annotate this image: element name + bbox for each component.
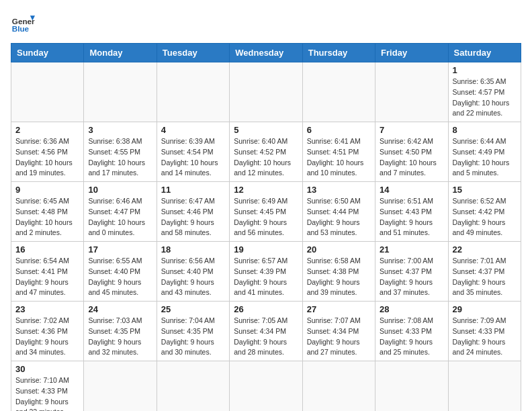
day-number: 22 xyxy=(453,244,517,255)
calendar-day-cell: 26Sunrise: 7:05 AM Sunset: 4:34 PM Dayli… xyxy=(230,302,302,361)
calendar-day-cell xyxy=(230,361,302,412)
calendar-day-cell: 24Sunrise: 7:03 AM Sunset: 4:35 PM Dayli… xyxy=(84,302,157,361)
calendar-day-cell: 13Sunrise: 6:50 AM Sunset: 4:44 PM Dayli… xyxy=(302,182,375,242)
day-info: Sunrise: 6:44 AM Sunset: 4:49 PM Dayligh… xyxy=(453,136,517,179)
calendar-day-cell xyxy=(448,361,521,412)
day-number: 12 xyxy=(234,185,298,195)
calendar-day-cell: 29Sunrise: 7:09 AM Sunset: 4:33 PM Dayli… xyxy=(448,302,521,361)
calendar-day-cell: 7Sunrise: 6:42 AM Sunset: 4:50 PM Daylig… xyxy=(375,122,448,182)
calendar-day-cell: 3Sunrise: 6:38 AM Sunset: 4:55 PM Daylig… xyxy=(84,122,157,182)
day-number: 25 xyxy=(161,304,225,314)
calendar-day-cell xyxy=(11,62,84,122)
calendar-day-cell: 9Sunrise: 6:45 AM Sunset: 4:48 PM Daylig… xyxy=(11,182,84,242)
calendar-week-row: 23Sunrise: 7:02 AM Sunset: 4:36 PM Dayli… xyxy=(11,302,521,361)
day-of-week-header: Saturday xyxy=(448,44,521,62)
day-info: Sunrise: 6:54 AM Sunset: 4:41 PM Dayligh… xyxy=(15,256,79,298)
calendar-day-cell: 14Sunrise: 6:51 AM Sunset: 4:43 PM Dayli… xyxy=(375,182,448,242)
day-of-week-header: Tuesday xyxy=(157,44,229,62)
day-info: Sunrise: 7:05 AM Sunset: 4:34 PM Dayligh… xyxy=(234,316,298,358)
day-info: Sunrise: 7:01 AM Sunset: 4:37 PM Dayligh… xyxy=(453,256,517,298)
calendar-table: SundayMondayTuesdayWednesdayThursdayFrid… xyxy=(11,43,521,411)
calendar-day-cell: 20Sunrise: 6:58 AM Sunset: 4:38 PM Dayli… xyxy=(302,242,375,302)
calendar-day-cell xyxy=(84,361,157,412)
calendar-day-cell: 17Sunrise: 6:55 AM Sunset: 4:40 PM Dayli… xyxy=(84,242,157,302)
day-info: Sunrise: 6:56 AM Sunset: 4:40 PM Dayligh… xyxy=(161,256,225,298)
day-info: Sunrise: 6:45 AM Sunset: 4:48 PM Dayligh… xyxy=(15,196,79,238)
day-of-week-header: Sunday xyxy=(11,44,84,62)
svg-text:Blue: Blue xyxy=(12,24,30,33)
day-info: Sunrise: 6:41 AM Sunset: 4:51 PM Dayligh… xyxy=(307,136,371,179)
day-info: Sunrise: 6:46 AM Sunset: 4:47 PM Dayligh… xyxy=(88,196,152,238)
calendar-day-cell: 11Sunrise: 6:47 AM Sunset: 4:46 PM Dayli… xyxy=(157,182,229,242)
day-number: 1 xyxy=(453,65,517,75)
day-number: 13 xyxy=(307,185,371,195)
day-info: Sunrise: 7:02 AM Sunset: 4:36 PM Dayligh… xyxy=(15,316,79,358)
day-number: 30 xyxy=(15,364,79,374)
day-number: 6 xyxy=(307,125,371,135)
day-number: 9 xyxy=(15,185,79,195)
calendar-day-cell: 1Sunrise: 6:35 AM Sunset: 4:57 PM Daylig… xyxy=(448,62,521,122)
calendar-day-cell: 25Sunrise: 7:04 AM Sunset: 4:35 PM Dayli… xyxy=(157,302,229,361)
day-info: Sunrise: 6:57 AM Sunset: 4:39 PM Dayligh… xyxy=(234,256,298,298)
calendar-day-cell: 16Sunrise: 6:54 AM Sunset: 4:41 PM Dayli… xyxy=(11,242,84,302)
calendar-week-row: 2Sunrise: 6:36 AM Sunset: 4:56 PM Daylig… xyxy=(11,122,521,182)
calendar-day-cell xyxy=(375,361,448,412)
calendar-day-cell: 6Sunrise: 6:41 AM Sunset: 4:51 PM Daylig… xyxy=(302,122,375,182)
day-info: Sunrise: 6:38 AM Sunset: 4:55 PM Dayligh… xyxy=(88,136,152,179)
calendar-day-cell: 21Sunrise: 7:00 AM Sunset: 4:37 PM Dayli… xyxy=(375,242,448,302)
logo-icon: General Blue xyxy=(11,11,35,35)
calendar-day-cell: 12Sunrise: 6:49 AM Sunset: 4:45 PM Dayli… xyxy=(230,182,302,242)
day-number: 27 xyxy=(307,304,371,314)
day-info: Sunrise: 7:00 AM Sunset: 4:37 PM Dayligh… xyxy=(380,256,443,298)
calendar-day-cell: 27Sunrise: 7:07 AM Sunset: 4:34 PM Dayli… xyxy=(302,302,375,361)
calendar-day-cell: 22Sunrise: 7:01 AM Sunset: 4:37 PM Dayli… xyxy=(448,242,521,302)
day-info: Sunrise: 7:03 AM Sunset: 4:35 PM Dayligh… xyxy=(88,316,152,358)
day-number: 14 xyxy=(380,185,443,195)
day-number: 4 xyxy=(161,125,225,135)
day-info: Sunrise: 6:52 AM Sunset: 4:42 PM Dayligh… xyxy=(453,196,517,238)
day-info: Sunrise: 6:36 AM Sunset: 4:56 PM Dayligh… xyxy=(15,136,79,179)
day-number: 15 xyxy=(453,185,517,195)
day-number: 7 xyxy=(380,125,443,135)
day-number: 19 xyxy=(234,244,298,255)
calendar-day-cell xyxy=(157,62,229,122)
calendar-day-cell: 8Sunrise: 6:44 AM Sunset: 4:49 PM Daylig… xyxy=(448,122,521,182)
day-of-week-header: Friday xyxy=(375,44,448,62)
day-info: Sunrise: 7:07 AM Sunset: 4:34 PM Dayligh… xyxy=(307,316,371,358)
calendar-day-cell: 10Sunrise: 6:46 AM Sunset: 4:47 PM Dayli… xyxy=(84,182,157,242)
day-number: 29 xyxy=(453,304,517,314)
day-of-week-header: Thursday xyxy=(302,44,375,62)
calendar-day-cell: 2Sunrise: 6:36 AM Sunset: 4:56 PM Daylig… xyxy=(11,122,84,182)
day-number: 21 xyxy=(380,244,443,255)
day-info: Sunrise: 7:04 AM Sunset: 4:35 PM Dayligh… xyxy=(161,316,225,358)
calendar-day-cell: 5Sunrise: 6:40 AM Sunset: 4:52 PM Daylig… xyxy=(230,122,302,182)
day-number: 20 xyxy=(307,244,371,255)
logo: General Blue xyxy=(11,11,35,35)
calendar-day-cell xyxy=(375,62,448,122)
day-number: 17 xyxy=(88,244,152,255)
day-number: 24 xyxy=(88,304,152,314)
calendar-day-cell: 28Sunrise: 7:08 AM Sunset: 4:33 PM Dayli… xyxy=(375,302,448,361)
day-number: 16 xyxy=(15,244,79,255)
day-of-week-header: Monday xyxy=(84,44,157,62)
calendar-day-cell: 23Sunrise: 7:02 AM Sunset: 4:36 PM Dayli… xyxy=(11,302,84,361)
day-info: Sunrise: 6:35 AM Sunset: 4:57 PM Dayligh… xyxy=(453,77,517,119)
day-info: Sunrise: 6:58 AM Sunset: 4:38 PM Dayligh… xyxy=(307,256,371,298)
day-of-week-header: Wednesday xyxy=(230,44,302,62)
day-info: Sunrise: 7:10 AM Sunset: 4:33 PM Dayligh… xyxy=(15,375,79,411)
day-number: 5 xyxy=(234,125,298,135)
day-number: 18 xyxy=(161,244,225,255)
day-info: Sunrise: 6:50 AM Sunset: 4:44 PM Dayligh… xyxy=(307,196,371,238)
page-header: General Blue xyxy=(11,11,521,35)
calendar-day-cell: 18Sunrise: 6:56 AM Sunset: 4:40 PM Dayli… xyxy=(157,242,229,302)
day-info: Sunrise: 6:47 AM Sunset: 4:46 PM Dayligh… xyxy=(161,196,225,238)
calendar-day-cell xyxy=(84,62,157,122)
calendar-header-row: SundayMondayTuesdayWednesdayThursdayFrid… xyxy=(11,44,521,62)
day-number: 28 xyxy=(380,304,443,314)
day-info: Sunrise: 6:40 AM Sunset: 4:52 PM Dayligh… xyxy=(234,136,298,179)
calendar-week-row: 9Sunrise: 6:45 AM Sunset: 4:48 PM Daylig… xyxy=(11,182,521,242)
calendar-day-cell xyxy=(302,361,375,412)
day-number: 8 xyxy=(453,125,517,135)
day-info: Sunrise: 6:55 AM Sunset: 4:40 PM Dayligh… xyxy=(88,256,152,298)
calendar-day-cell xyxy=(302,62,375,122)
